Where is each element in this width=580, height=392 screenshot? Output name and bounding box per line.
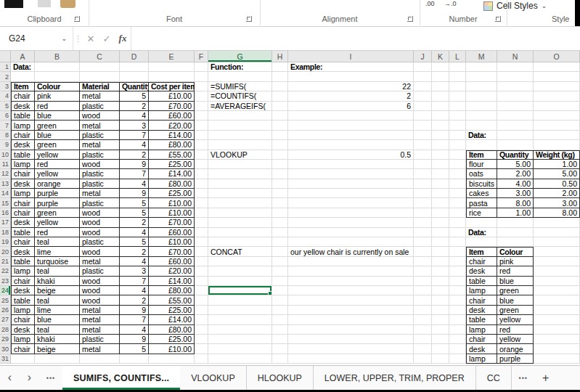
row-header-8[interactable]: 8 bbox=[0, 131, 11, 140]
cell-K25[interactable] bbox=[432, 295, 449, 305]
cell-D31[interactable] bbox=[120, 354, 149, 364]
cell-A18[interactable]: table bbox=[11, 228, 35, 237]
cell-D10[interactable]: 2 bbox=[120, 150, 149, 160]
cell-B5[interactable]: red bbox=[35, 102, 80, 111]
column-header-D[interactable]: D bbox=[120, 51, 149, 62]
cell-M17[interactable] bbox=[466, 218, 497, 227]
cell-D3[interactable]: Quantity bbox=[120, 82, 149, 91]
cell-M28[interactable]: lamp bbox=[466, 325, 497, 335]
cell-E4[interactable]: £10.00 bbox=[149, 91, 195, 101]
cell-J27[interactable] bbox=[414, 315, 432, 324]
cell-M24[interactable]: lamp bbox=[466, 286, 497, 295]
cell-I13[interactable] bbox=[288, 179, 414, 189]
cell-E24[interactable]: £80.00 bbox=[149, 286, 195, 295]
cell-I17[interactable] bbox=[288, 218, 414, 227]
cell-G16[interactable] bbox=[208, 208, 272, 218]
cell-K29[interactable] bbox=[432, 335, 449, 344]
cell-E20[interactable]: £70.00 bbox=[149, 247, 195, 256]
cell-G9[interactable] bbox=[208, 140, 272, 150]
cell-C19[interactable]: plastic bbox=[80, 237, 120, 247]
row-header-31[interactable]: 31 bbox=[0, 354, 11, 364]
cell-I26[interactable] bbox=[288, 306, 414, 315]
cell-O18[interactable] bbox=[534, 228, 580, 237]
cell-J30[interactable] bbox=[414, 344, 432, 354]
cell-B7[interactable]: green bbox=[35, 121, 80, 130]
cell-J16[interactable] bbox=[414, 208, 432, 218]
cell-G8[interactable] bbox=[208, 131, 272, 140]
cell-I28[interactable] bbox=[288, 325, 414, 335]
cell-G26[interactable] bbox=[208, 306, 272, 315]
cell-A23[interactable]: chair bbox=[11, 277, 35, 286]
cancel-icon[interactable]: ✕ bbox=[83, 27, 99, 50]
cell-C2[interactable] bbox=[80, 72, 120, 81]
cell-L14[interactable] bbox=[449, 189, 466, 198]
cell-C28[interactable]: metal bbox=[80, 325, 120, 335]
cell-F25[interactable] bbox=[195, 295, 208, 305]
cell-J24[interactable] bbox=[414, 286, 432, 295]
row-header-17[interactable]: 17 bbox=[0, 218, 11, 227]
cell-B31[interactable] bbox=[35, 354, 80, 364]
cell-C11[interactable]: wood bbox=[80, 160, 120, 169]
cell-M10[interactable]: Item bbox=[466, 150, 497, 160]
cell-E11[interactable]: £25.00 bbox=[149, 160, 195, 169]
cell-C6[interactable]: wood bbox=[80, 111, 120, 121]
cell-O12[interactable]: 5.00 bbox=[534, 169, 580, 179]
cell-H7[interactable] bbox=[272, 121, 288, 130]
cell-G11[interactable] bbox=[208, 160, 272, 169]
cell-I23[interactable] bbox=[288, 277, 414, 286]
cell-O1[interactable] bbox=[534, 62, 580, 72]
cell-N29[interactable]: yellow bbox=[497, 335, 534, 344]
cell-J8[interactable] bbox=[414, 131, 432, 140]
cell-G7[interactable] bbox=[208, 121, 272, 130]
row-header-9[interactable]: 9 bbox=[0, 140, 11, 150]
cell-E15[interactable]: £10.00 bbox=[149, 198, 195, 208]
cell-D23[interactable]: 7 bbox=[120, 277, 149, 286]
cell-M7[interactable] bbox=[466, 121, 497, 130]
cell-J28[interactable] bbox=[414, 325, 432, 335]
cell-A20[interactable]: desk bbox=[11, 247, 35, 256]
cell-O21[interactable] bbox=[534, 257, 580, 266]
cell-H24[interactable] bbox=[272, 286, 288, 295]
cell-E13[interactable]: £80.00 bbox=[149, 179, 195, 189]
cell-D5[interactable]: 2 bbox=[120, 102, 149, 111]
cell-F5[interactable] bbox=[195, 102, 208, 111]
cell-L29[interactable] bbox=[449, 335, 466, 344]
cell-G23[interactable] bbox=[208, 277, 272, 286]
cell-J10[interactable] bbox=[414, 150, 432, 160]
sheet-tab-4[interactable]: LOWER, UPPER, TRIM, PROPER bbox=[314, 366, 476, 390]
cell-J4[interactable] bbox=[414, 91, 432, 101]
cell-K30[interactable] bbox=[432, 344, 449, 354]
cell-O5[interactable] bbox=[534, 102, 580, 111]
cell-K2[interactable] bbox=[432, 72, 449, 81]
cell-B26[interactable]: lime bbox=[35, 306, 80, 315]
cell-B27[interactable]: blue bbox=[35, 315, 80, 324]
cell-C9[interactable]: metal bbox=[80, 140, 120, 150]
cell-C12[interactable]: plastic bbox=[80, 169, 120, 179]
cell-G5[interactable]: =AVERAGEIFS( bbox=[208, 102, 272, 111]
cell-O27[interactable] bbox=[534, 315, 580, 324]
cell-L30[interactable] bbox=[449, 344, 466, 354]
cell-G25[interactable] bbox=[208, 295, 272, 305]
cell-A21[interactable]: table bbox=[11, 257, 35, 266]
cell-K15[interactable] bbox=[432, 198, 449, 208]
cell-C20[interactable]: wood bbox=[80, 247, 120, 256]
column-header-E[interactable]: E bbox=[149, 51, 195, 62]
cell-F19[interactable] bbox=[195, 237, 208, 247]
cell-O11[interactable]: 1.00 bbox=[534, 160, 580, 169]
cell-J18[interactable] bbox=[414, 228, 432, 237]
cell-D9[interactable]: 4 bbox=[120, 140, 149, 150]
cell-J5[interactable] bbox=[414, 102, 432, 111]
cell-A16[interactable]: chair bbox=[11, 208, 35, 218]
cell-F6[interactable] bbox=[195, 111, 208, 121]
cell-F18[interactable] bbox=[195, 228, 208, 237]
cell-G24[interactable] bbox=[208, 286, 272, 295]
cell-M20[interactable]: Item bbox=[466, 247, 497, 256]
cell-B24[interactable]: beige bbox=[35, 286, 80, 295]
cell-E25[interactable]: £55.00 bbox=[149, 295, 195, 305]
column-header-L[interactable]: L bbox=[449, 51, 466, 62]
cell-A3[interactable]: Item bbox=[11, 82, 35, 91]
sheet-nav-forward-icon[interactable]: › bbox=[20, 366, 39, 390]
cell-C30[interactable]: metal bbox=[80, 344, 120, 354]
cell-D18[interactable]: 4 bbox=[120, 228, 149, 237]
column-header-O[interactable]: O bbox=[534, 51, 580, 62]
